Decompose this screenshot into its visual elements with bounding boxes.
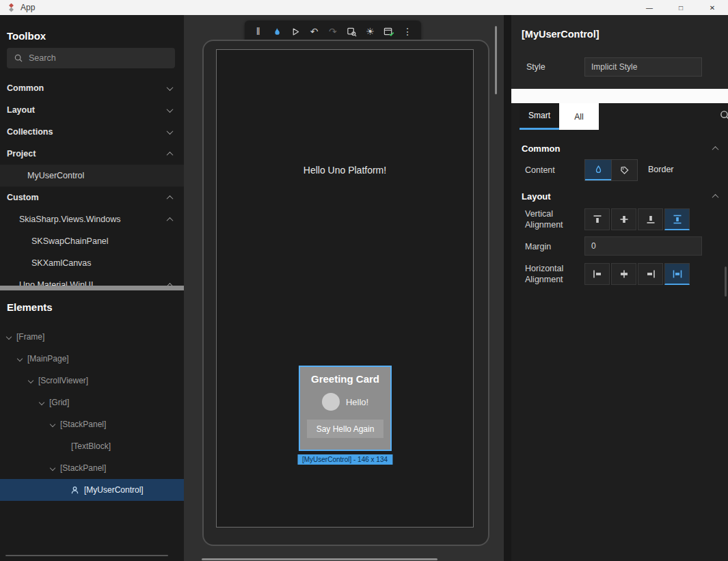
elements-title: Elements	[7, 301, 53, 313]
toolbox-item-myusercontrol[interactable]: MyUserControl	[0, 165, 184, 187]
panel-divider-band	[511, 89, 728, 103]
toolbox-item-skxamlcanvas[interactable]: SKXamlCanvas	[0, 252, 184, 274]
section-label: Custom	[7, 193, 39, 202]
toolbox-section-common[interactable]: Common	[0, 77, 184, 99]
content-button-group	[584, 159, 638, 181]
group-label: SkiaSharp.Views.Windows	[19, 215, 120, 224]
toolbox-item-skswapchainpanel[interactable]: SKSwapChainPanel	[0, 230, 184, 252]
redo-icon[interactable]: ↷	[325, 23, 341, 40]
property-tabs: Smart All	[520, 103, 599, 130]
inspect-element-icon[interactable]	[343, 23, 360, 40]
section-label: Collections	[7, 127, 53, 137]
stretch-vertical-button[interactable]	[664, 208, 690, 230]
toolbox-scrollbar[interactable]	[5, 555, 168, 556]
content-label: Content	[525, 165, 555, 176]
toolbox-panel: Toolbox Common Layout Collections Projec…	[0, 15, 184, 561]
tree-item-stackpanel-2[interactable]: [StackPanel]	[0, 457, 184, 479]
tag-button[interactable]	[611, 160, 637, 180]
chevron-down-icon	[50, 465, 55, 471]
tree-item-mainpage[interactable]: [MainPage]	[0, 348, 184, 370]
toolbox-section-custom[interactable]: Custom	[0, 187, 184, 208]
margin-label: Margin	[525, 241, 551, 252]
align-center-vertical-button[interactable]	[611, 208, 636, 230]
play-icon[interactable]	[287, 23, 304, 40]
chevron-up-icon	[167, 217, 174, 223]
tree-item-scrollviewer[interactable]: [ScrollViewer]	[0, 370, 184, 392]
minimize-button[interactable]: —	[634, 0, 665, 15]
style-label: Style	[526, 62, 545, 72]
chevron-up-icon	[712, 146, 719, 152]
maximize-button[interactable]: □	[665, 0, 697, 15]
tree-item-textblock[interactable]: [TextBlock]	[0, 435, 184, 457]
horizontal-alignment-label: Horizontal Alignment	[525, 263, 581, 285]
hot-reload-flame-icon[interactable]	[269, 23, 285, 40]
border-label[interactable]: Border	[648, 165, 674, 174]
properties-scrollbar[interactable]	[725, 266, 727, 297]
style-input[interactable]	[584, 57, 702, 77]
greeting-card-control[interactable]: Greeting Card Hello! Say Hello Again	[299, 366, 392, 451]
tree-item-label: [Grid]	[49, 398, 69, 407]
chevron-up-icon	[167, 195, 174, 202]
more-options-icon[interactable]: ⋮	[399, 23, 416, 40]
tree-item-label: [Frame]	[16, 332, 44, 342]
toolbox-search[interactable]	[7, 48, 175, 68]
greeting-row: Hello!	[300, 393, 390, 411]
section-label: Layout	[522, 191, 551, 202]
chevron-down-icon	[167, 106, 174, 113]
undo-icon[interactable]: ↶	[306, 23, 323, 40]
tree-item-grid[interactable]: [Grid]	[0, 392, 184, 413]
section-label: Layout	[7, 105, 35, 115]
section-common[interactable]: Common	[511, 139, 728, 158]
greeting-text: Hello!	[346, 397, 368, 407]
tree-item-frame[interactable]: [Frame]	[0, 326, 184, 348]
theme-toggle-icon[interactable]: ☀	[362, 23, 379, 40]
say-hello-button[interactable]: Say Hello Again	[307, 420, 383, 438]
panel-check-icon[interactable]	[381, 23, 397, 40]
property-search-icon[interactable]	[719, 109, 728, 121]
toolbox-group-skiasharp[interactable]: SkiaSharp.Views.Windows	[0, 208, 184, 230]
tree-item-stackpanel-1[interactable]: [StackPanel]	[0, 413, 184, 435]
canvas-vertical-scrollbar[interactable]	[495, 26, 497, 94]
stretch-horizontal-button[interactable]	[664, 263, 690, 285]
toolbox-item-label: SKXamlCanvas	[31, 258, 92, 268]
align-left-button[interactable]	[584, 263, 610, 285]
app-logo-icon	[7, 3, 16, 12]
tree-item-label: [TextBlock]	[71, 441, 111, 451]
search-input[interactable]	[29, 53, 168, 63]
toolbox-section-layout[interactable]: Layout	[0, 99, 184, 121]
app-title: App	[21, 3, 35, 12]
align-right-button[interactable]	[638, 263, 663, 285]
toolbox-section-collections[interactable]: Collections	[0, 121, 184, 143]
chevron-down-icon	[167, 84, 174, 91]
tree-item-label: [MyUserControl]	[84, 485, 144, 495]
drag-handle-icon[interactable]: ‖	[250, 23, 267, 40]
align-bottom-button[interactable]	[638, 208, 663, 230]
content-template-button[interactable]	[585, 160, 611, 180]
panel-splitter[interactable]	[0, 286, 184, 290]
section-layout[interactable]: Layout	[511, 187, 728, 206]
toolbox-group-unomaterial[interactable]: Uno.Material.WinUI	[0, 274, 184, 296]
tree-item-label: [StackPanel]	[60, 463, 106, 473]
tree-item-label: [StackPanel]	[60, 420, 106, 429]
canvas-horizontal-scrollbar[interactable]	[202, 558, 437, 560]
usercontrol-icon	[70, 485, 80, 495]
app-preview-screen[interactable]: Hello Uno Platform! Greeting Card Hello!…	[216, 49, 474, 528]
align-top-button[interactable]	[584, 208, 610, 230]
design-canvas[interactable]: ‖ ↶ ↷ ☀ ⋮ Hello Uno Platform! Greeting	[184, 15, 504, 561]
section-label: Common	[522, 143, 560, 154]
tree-item-myusercontrol[interactable]: [MyUserControl]	[0, 479, 184, 501]
property-tab-row: Smart All	[511, 103, 728, 130]
hello-textblock[interactable]: Hello Uno Platform!	[217, 165, 473, 176]
properties-panel: [MyUserControl] Style Smart All Common C…	[511, 15, 728, 561]
toolbox-title: Toolbox	[7, 30, 46, 42]
greeting-card-title: Greeting Card	[300, 373, 390, 385]
section-label: Common	[7, 83, 44, 93]
tab-smart[interactable]: Smart	[520, 103, 559, 130]
tab-all[interactable]: All	[559, 103, 599, 130]
properties-header: [MyUserControl] Style	[511, 15, 728, 89]
margin-input[interactable]	[584, 236, 702, 256]
toolbox-section-project[interactable]: Project	[0, 143, 184, 165]
device-frame: Hello Uno Platform! Greeting Card Hello!…	[202, 40, 489, 546]
align-center-horizontal-button[interactable]	[611, 263, 636, 285]
close-button[interactable]: ✕	[697, 0, 728, 15]
